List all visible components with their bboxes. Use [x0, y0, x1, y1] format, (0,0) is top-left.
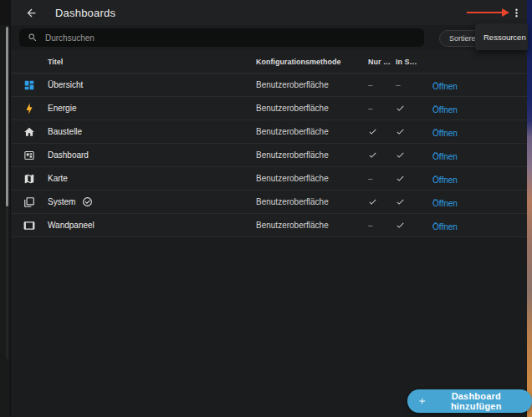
row-in-sidebar-value: [396, 127, 432, 136]
check-icon: [368, 197, 377, 206]
dashboard-type-icon: [23, 150, 35, 161]
row-config-method: Benutzeroberfläche: [256, 127, 368, 136]
column-header-titel[interactable]: Titel: [48, 58, 256, 66]
check-icon: [368, 150, 377, 160]
table-row[interactable]: Energie Benutzeroberfläche – Öffnen: [11, 97, 527, 120]
overflow-menu-popup: Ressourcen: [475, 23, 528, 50]
open-link[interactable]: Öffnen: [432, 222, 458, 231]
check-icon: [396, 127, 405, 136]
open-link[interactable]: Öffnen: [432, 199, 458, 208]
row-title: Dashboard: [48, 150, 89, 160]
dashboard-type-icon: [23, 79, 35, 91]
row-title: Wandpaneel: [48, 221, 95, 230]
overflow-menu-button[interactable]: [506, 3, 526, 23]
row-title: System: [48, 197, 75, 206]
table-header-row: Titel Konfigurationsmethode Nur … In S…: [11, 50, 527, 74]
column-header-in-s[interactable]: In S…: [396, 58, 432, 66]
search-input[interactable]: [45, 33, 416, 43]
table-row[interactable]: System Benutzeroberfläche Öffnen: [11, 191, 527, 214]
column-header-konfigurationsmethode[interactable]: Konfigurationsmethode: [256, 58, 368, 66]
dashboard-type-icon: [23, 196, 35, 208]
add-dashboard-label: Dashboard hinzufügen: [434, 391, 519, 411]
table-row[interactable]: Baustelle Benutzeroberfläche Öffnen: [11, 120, 527, 144]
left-edge-corner: [0, 0, 11, 25]
open-link[interactable]: Öffnen: [432, 129, 458, 138]
back-button[interactable]: [18, 0, 43, 25]
dashboard-type-icon: [23, 103, 35, 114]
row-in-sidebar-value: –: [396, 80, 432, 89]
dashboard-type-icon: [23, 220, 35, 231]
row-title: Karte: [48, 174, 68, 183]
row-title: Übersicht: [48, 80, 83, 89]
scrollbar-thumb[interactable]: [6, 27, 8, 206]
dashboard-type-icon: [23, 126, 35, 138]
row-in-sidebar-value: [396, 150, 432, 160]
check-icon: [396, 197, 405, 206]
row-nur-value: –: [368, 174, 396, 183]
row-nur-value: [368, 150, 396, 160]
dots-vertical-icon: [510, 7, 523, 19]
row-config-method: Benutzeroberfläche: [256, 80, 368, 89]
table-row[interactable]: Dashboard Benutzeroberfläche Öffnen: [11, 144, 527, 167]
row-nur-value: –: [368, 221, 396, 230]
check-decagram-icon: [82, 196, 93, 207]
column-header-nur[interactable]: Nur …: [368, 58, 396, 66]
row-in-sidebar-value: [396, 174, 432, 183]
row-nur-value: [368, 127, 396, 136]
check-icon: [396, 150, 405, 160]
row-config-method: Benutzeroberfläche: [256, 197, 368, 206]
table-row[interactable]: Wandpaneel Benutzeroberfläche – Öffnen: [11, 214, 527, 237]
open-link[interactable]: Öffnen: [432, 105, 458, 114]
desktop-wallpaper-sliver: [527, 0, 532, 417]
row-nur-value: –: [368, 104, 396, 113]
check-icon: [368, 127, 377, 136]
row-title: Baustelle: [48, 127, 82, 136]
arrow-left-icon: [25, 7, 38, 19]
row-config-method: Benutzeroberfläche: [256, 104, 368, 113]
row-in-sidebar-value: [396, 197, 432, 206]
table-body: Übersicht Benutzeroberfläche – – Öffnen …: [11, 74, 527, 237]
menu-item-ressourcen[interactable]: Ressourcen: [475, 23, 528, 50]
row-config-method: Benutzeroberfläche: [256, 174, 368, 183]
row-in-sidebar-value: [396, 104, 432, 113]
row-nur-value: [368, 197, 396, 206]
check-icon: [396, 104, 405, 113]
plus-icon: [417, 395, 427, 407]
app-header: Dashboards: [11, 0, 527, 25]
check-icon: [396, 174, 405, 183]
check-icon: [396, 221, 405, 230]
add-dashboard-button[interactable]: Dashboard hinzufügen: [407, 389, 532, 413]
row-title: Energie: [48, 104, 76, 113]
row-config-method: Benutzeroberfläche: [256, 221, 368, 230]
search-icon: [28, 33, 38, 43]
open-link[interactable]: Öffnen: [432, 82, 458, 91]
dashboard-type-icon: [23, 173, 35, 185]
table-row[interactable]: Karte Benutzeroberfläche – Öffnen: [11, 167, 527, 191]
row-config-method: Benutzeroberfläche: [256, 150, 368, 160]
open-link[interactable]: Öffnen: [432, 152, 458, 161]
page-title: Dashboards: [55, 7, 115, 19]
open-link[interactable]: Öffnen: [432, 175, 458, 185]
row-in-sidebar-value: [396, 221, 432, 230]
search-box[interactable]: [19, 28, 424, 47]
table-row[interactable]: Übersicht Benutzeroberfläche – – Öffnen: [11, 74, 527, 97]
dashboards-table: Titel Konfigurationsmethode Nur … In S… …: [11, 50, 527, 237]
row-nur-value: –: [368, 80, 396, 89]
